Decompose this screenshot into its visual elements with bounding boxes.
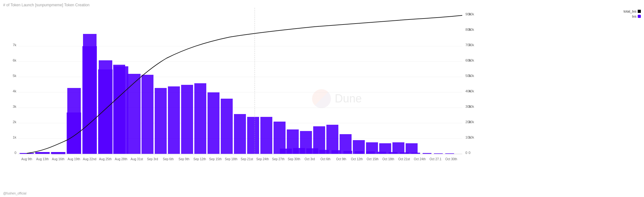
svg-rect-36 [67,88,81,154]
svg-rect-42 [155,88,167,154]
svg-text:50k: 50k [469,74,474,78]
svg-rect-55 [326,125,338,154]
svg-rect-48 [234,114,246,154]
attribution: @fushen_official [3,192,26,195]
svg-text:Aug 25th: Aug 25th [99,157,112,161]
svg-rect-63 [293,148,305,154]
svg-rect-66 [331,150,341,154]
svg-text:Oct 9th: Oct 9th [336,157,346,161]
svg-text:Sep 18th: Sep 18th [225,157,237,161]
svg-rect-38 [99,60,112,154]
svg-text:Oct 24th: Oct 24th [414,157,426,161]
svg-rect-44 [181,85,193,154]
svg-text:Sep 30th: Sep 30th [288,157,300,161]
svg-text:Oct 30th: Oct 30th [445,157,457,161]
svg-text:80k: 80k [469,28,474,31]
svg-text:Aug 9th: Aug 9th [21,157,32,161]
svg-text:Sep 21st: Sep 21st [241,157,253,161]
svg-text:7k: 7k [13,43,16,47]
svg-text:Oct 3rd: Oct 3rd [305,157,315,161]
attribution-text: @fushen_official [3,192,26,195]
svg-text:Sep 12th: Sep 12th [193,157,206,161]
svg-text:5k: 5k [13,74,16,78]
svg-rect-46 [208,92,219,154]
svg-text:Aug 22nd: Aug 22nd [83,157,97,161]
svg-text:20k: 20k [469,120,474,124]
svg-text:Aug 28th: Aug 28th [115,157,127,161]
svg-text:Sep 6th: Sep 6th [163,157,174,161]
svg-text:1k: 1k [13,135,16,139]
svg-rect-50 [260,117,272,154]
svg-rect-72 [400,152,409,154]
svg-text:60k: 60k [469,58,474,62]
svg-text:Aug 31st: Aug 31st [130,157,143,161]
svg-rect-39 [113,65,125,154]
svg-rect-67 [343,151,352,154]
chart-container: # of Token Launch [sunpumpmeme] Token Cr… [0,0,644,197]
svg-rect-68 [355,151,364,154]
svg-text:Oct 27.1: Oct 27.1 [430,157,441,161]
svg-text:2k: 2k [13,120,16,124]
svg-text:Oct 21st: Oct 21st [398,157,410,161]
svg-text:Oct 6th: Oct 6th [320,157,330,161]
svg-text:Sep 24th: Sep 24th [256,157,269,161]
svg-text:30k: 30k [469,105,474,108]
svg-rect-71 [389,152,397,154]
svg-text:90k: 90k [469,12,474,16]
svg-text:Oct 18th: Oct 18th [382,157,394,161]
svg-text:Sep 9th: Sep 9th [179,157,189,161]
svg-rect-37 [83,34,97,154]
svg-rect-74 [423,153,431,154]
svg-text:Oct 15th: Oct 15th [367,157,379,161]
svg-text:70k: 70k [469,43,474,47]
svg-rect-49 [247,117,259,154]
svg-text:3k: 3k [13,105,16,108]
svg-text:Aug 19th: Aug 19th [68,157,80,161]
svg-text:Sep 3rd: Sep 3rd [147,157,158,161]
svg-rect-40 [127,74,141,154]
svg-rect-45 [194,83,206,154]
chart-svg: 0 1k 2k 3k 4k 5k 6k 7k 0 10k 20k 30k 40k… [0,0,644,197]
svg-text:Sep 15th: Sep 15th [209,157,222,161]
svg-text:0: 0 [465,151,467,155]
svg-rect-73 [411,153,420,154]
svg-rect-69 [366,151,375,154]
svg-rect-64 [306,148,318,154]
svg-text:0: 0 [14,151,16,155]
svg-rect-43 [168,86,180,154]
svg-text:4k: 4k [13,89,16,93]
svg-rect-34 [36,152,49,154]
svg-rect-47 [221,99,233,154]
svg-text:6k: 6k [13,58,16,62]
svg-text:Sep 27th: Sep 27th [272,157,285,161]
svg-text:Oct 12th: Oct 12th [351,157,363,161]
svg-rect-70 [377,152,386,154]
svg-text:0: 0 [469,151,470,155]
svg-rect-65 [319,150,329,154]
svg-text:40k: 40k [469,89,474,93]
svg-text:Aug 16th: Aug 16th [52,157,64,161]
svg-text:10k: 10k [469,135,474,139]
svg-rect-62 [280,149,292,154]
svg-text:Aug 13th: Aug 13th [36,157,49,161]
svg-rect-41 [142,75,153,154]
svg-rect-61 [406,143,418,154]
